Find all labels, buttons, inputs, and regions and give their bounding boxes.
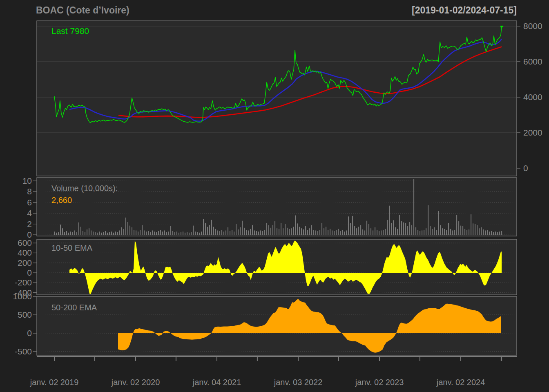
volume-bar	[448, 223, 449, 235]
y-axis-tick-label: 6	[6, 198, 32, 207]
volume-bar	[129, 226, 130, 235]
y-axis-tick-label: 0	[6, 268, 32, 278]
volume-bar	[409, 222, 410, 235]
volume-bar	[80, 227, 81, 235]
volume-bar	[56, 233, 57, 235]
volume-bar	[424, 230, 424, 235]
volume-bar	[258, 232, 259, 235]
volume-bar	[348, 216, 349, 235]
volume-bar	[74, 230, 75, 235]
volume-bar	[179, 233, 179, 235]
volume-bar	[119, 230, 120, 235]
volume-bar	[158, 231, 159, 235]
volume-bar	[485, 230, 486, 235]
volume-bar	[487, 230, 488, 235]
volume-bar	[328, 230, 328, 235]
volume-bar	[93, 232, 94, 235]
volume-bar	[285, 224, 286, 235]
volume-bar	[352, 216, 353, 235]
volume-bar	[317, 231, 318, 235]
volume-bar	[230, 231, 230, 235]
volume-bar	[299, 227, 300, 235]
volume-bar	[499, 232, 500, 235]
volume-bar	[85, 232, 85, 235]
volume-bar	[415, 227, 416, 235]
volume-bar	[211, 220, 212, 235]
volume-bar	[389, 206, 390, 235]
volume-bar	[70, 232, 71, 235]
y-axis-tick-label: 8000	[523, 21, 549, 31]
volume-bar	[201, 232, 202, 235]
volume-bar	[140, 230, 141, 235]
volume-bar	[268, 225, 269, 235]
volume-bar	[336, 230, 337, 235]
volume-bar	[125, 218, 126, 235]
volume-bar	[274, 221, 275, 235]
volume-bar	[428, 205, 428, 235]
volume-bar	[72, 232, 73, 235]
volume-bar	[219, 231, 220, 235]
volume-bar	[368, 224, 369, 235]
volume-bar	[477, 225, 478, 235]
volume-bar	[338, 229, 339, 235]
volume-bar	[83, 231, 83, 235]
volume-bar	[111, 232, 112, 235]
volume-bar	[62, 228, 63, 235]
volume-bar	[442, 228, 443, 235]
volume-bar	[248, 230, 249, 235]
volume-bar	[213, 227, 214, 235]
volume-bar	[160, 230, 161, 235]
volume-bar	[426, 228, 426, 235]
volume-bar	[497, 232, 498, 235]
volume-bar	[411, 225, 412, 235]
volume-bar	[191, 232, 192, 235]
volume-bar	[346, 230, 347, 235]
volume-bar	[262, 231, 263, 235]
volume-bar	[340, 231, 341, 235]
volume-bar	[403, 223, 404, 235]
y-axis-tick-label: -200	[6, 278, 32, 287]
volume-bar	[324, 228, 324, 235]
volume-bar	[303, 229, 304, 235]
volume-bar	[250, 229, 251, 235]
volume-bar	[407, 226, 408, 235]
volume-bar	[148, 231, 149, 235]
volume-bar	[166, 232, 167, 235]
volume-bar	[225, 230, 226, 235]
volume-bar	[89, 228, 89, 235]
y-axis-tick-label: 10	[6, 176, 32, 186]
volume-bar	[452, 230, 453, 235]
panel-background	[37, 21, 517, 176]
volume-bar	[217, 230, 218, 235]
volume-bar	[446, 230, 447, 235]
volume-bar	[399, 215, 400, 235]
volume-bar	[136, 230, 136, 235]
volume-bar	[385, 229, 386, 235]
y-axis-tick-label: 400	[6, 248, 32, 258]
y-axis-tick-label: 6000	[523, 57, 549, 67]
volume-bar	[236, 224, 237, 235]
volume-bar	[360, 225, 361, 235]
volume-bar	[138, 232, 138, 235]
y-axis-tick-label: -500	[6, 347, 32, 356]
volume-bar	[381, 230, 382, 235]
y-axis-tick-label: 600	[6, 238, 32, 248]
volume-bar	[101, 233, 102, 235]
volume-bar	[377, 230, 377, 235]
volume-bar	[293, 227, 294, 235]
x-axis-label: janv. 02 2020	[99, 378, 172, 387]
osc-10-50-panel-title: 10-50 EMA	[51, 243, 92, 253]
volume-bar	[183, 232, 183, 235]
volume-bar	[334, 231, 335, 235]
volume-bar	[244, 228, 245, 235]
volume-bar	[176, 232, 177, 235]
volume-bar	[479, 228, 480, 235]
volume-bar	[103, 232, 104, 235]
volume-bar	[326, 227, 326, 235]
volume-bar	[252, 225, 253, 235]
volume-bar	[76, 232, 77, 235]
volume-bar	[471, 214, 471, 235]
volume-bar	[113, 233, 114, 235]
volume-bar	[66, 231, 67, 235]
volume-bar	[197, 232, 198, 235]
